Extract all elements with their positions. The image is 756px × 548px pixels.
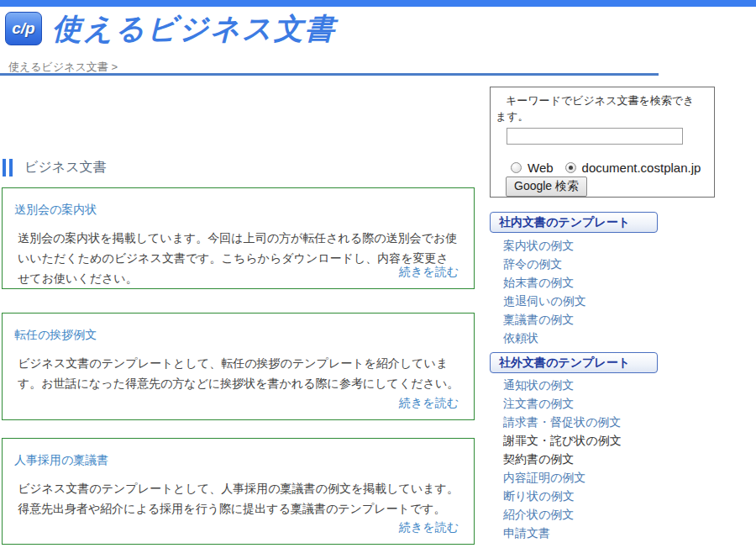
site-logo[interactable]: c/p [5, 12, 42, 45]
article-title-link[interactable]: 人事採用の稟議書 [14, 453, 460, 468]
article-title-link[interactable]: 送別会の案内状 [14, 203, 460, 218]
sidebar-link[interactable]: 辞令の例文 [503, 257, 562, 271]
search-input[interactable] [507, 128, 683, 145]
list-item: 内容証明の例文 [490, 468, 622, 487]
list-item: 注文書の例文 [490, 394, 622, 413]
article-excerpt: ビジネス文書のテンプレートとして、転任の挨拶のテンプレートを紹介しています。お世… [14, 353, 460, 393]
site-title[interactable]: 使えるビジネス文書 [52, 9, 336, 49]
page: c/p 使えるビジネス文書 使えるビジネス文書 > ビジネス文書 送別会の案内状… [0, 0, 756, 548]
list-item: 請求書・督促状の例文 [490, 413, 622, 431]
sidebar-link[interactable]: 申請文書 [503, 526, 550, 540]
list-item: 始末書の例文 [490, 273, 586, 292]
sidebar-link[interactable]: 稟議書の例文 [503, 313, 574, 326]
top-accent-bar [0, 0, 756, 7]
list-item: 通知状の例文 [490, 376, 622, 394]
radio-site[interactable] [565, 162, 576, 173]
sidebar-link[interactable]: 紹介状の例文 [503, 508, 574, 521]
page-title: ビジネス文書 [3, 159, 107, 177]
breadcrumb-divider [0, 73, 659, 76]
sidebar-section-title-external: 社外文書のテンプレート [490, 352, 658, 373]
sidebar-link[interactable]: 通知状の例文 [503, 378, 574, 392]
sidebar-link[interactable]: 内容証明の例文 [503, 471, 585, 484]
search-scope-options: Web document.costplan.jp [511, 161, 701, 175]
read-more-link[interactable]: 続きを読む [399, 265, 459, 280]
article-excerpt: 送別会の案内状を掲載しています。今回は上司の方が転任される際の送別会でお使いいた… [14, 228, 460, 288]
list-item: 契約書の例文 [490, 450, 622, 468]
list-item: 案内状の例文 [490, 236, 586, 255]
article-card: 送別会の案内状 送別会の案内状を掲載しています。今回は上司の方が転任される際の送… [2, 187, 475, 289]
site-logo-text: c/p [12, 19, 34, 38]
search-description: キーワードでビジネス文書を検索できます。 [496, 92, 704, 124]
read-more-link[interactable]: 続きを読む [399, 396, 459, 411]
sidebar-link[interactable]: 契約書の例文 [503, 452, 574, 466]
article-excerpt: ビジネス文書のテンプレートとして、人事採用の稟議書の例文を掲載しています。得意先… [14, 478, 460, 519]
sidebar-list-internal: 案内状の例文 辞令の例文 始末書の例文 進退伺いの例文 稟議書の例文 依頼状 [490, 236, 586, 347]
list-item: 進退伺いの例文 [490, 292, 586, 310]
list-item: 申請文書 [490, 524, 622, 542]
search-box: キーワードでビジネス文書を検索できます。 Web document.costpl… [490, 87, 715, 198]
article-title-link[interactable]: 転任の挨拶例文 [14, 328, 460, 343]
read-more-link[interactable]: 続きを読む [399, 520, 459, 535]
article-card: 転任の挨拶例文 ビジネス文書のテンプレートとして、転任の挨拶のテンプレートを紹介… [2, 313, 475, 420]
radio-web[interactable] [511, 162, 522, 173]
sidebar-link[interactable]: 断り状の例文 [503, 489, 575, 503]
sidebar-link[interactable]: 始末書の例文 [503, 276, 574, 289]
list-item: 依頼状 [490, 329, 586, 347]
sidebar-link[interactable]: 案内状の例文 [503, 239, 574, 252]
sidebar-link[interactable]: 依頼状 [503, 331, 538, 345]
list-item: 辞令の例文 [490, 255, 586, 273]
sidebar-link[interactable]: 注文書の例文 [503, 397, 574, 410]
list-item: 謝罪文・詫び状の例文 [490, 431, 622, 450]
radio-site-label[interactable]: document.costplan.jp [582, 161, 701, 175]
list-item: 稟議書の例文 [490, 310, 586, 329]
sidebar-link[interactable]: 進退伺いの例文 [503, 294, 586, 308]
sidebar-link[interactable]: 請求書・督促状の例文 [503, 415, 621, 429]
sidebar-link[interactable]: 謝罪文・詫び状の例文 [503, 434, 622, 447]
radio-web-label[interactable]: Web [528, 161, 554, 175]
sidebar-section-title-internal: 社内文書のテンプレート [490, 212, 658, 233]
article-card: 人事採用の稟議書 ビジネス文書のテンプレートとして、人事採用の稟議書の例文を掲載… [2, 438, 475, 545]
sidebar-list-external: 通知状の例文 注文書の例文 請求書・督促状の例文 謝罪文・詫び状の例文 契約書の… [490, 376, 622, 542]
list-item: 断り状の例文 [490, 487, 622, 505]
double-bar-icon [3, 159, 16, 177]
google-search-button[interactable]: Google 検索 [506, 177, 587, 197]
list-item: 紹介状の例文 [490, 505, 622, 524]
page-title-text: ビジネス文書 [24, 159, 107, 177]
